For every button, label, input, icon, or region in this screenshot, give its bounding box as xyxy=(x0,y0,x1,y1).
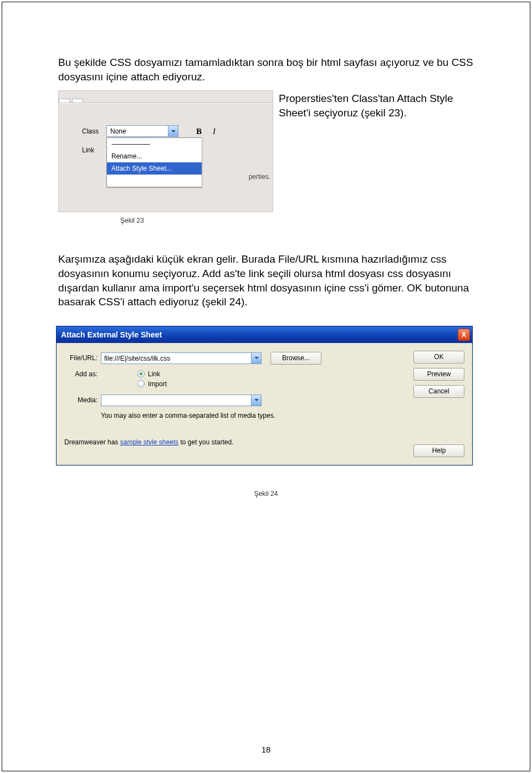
paragraph-body: Karşımıza aşağıdaki küçük ekran gelir. B… xyxy=(58,252,474,309)
page-number: 18 xyxy=(0,745,532,754)
bold-icon[interactable]: B xyxy=(196,127,202,136)
class-select[interactable]: None xyxy=(106,125,178,137)
panel-highlight xyxy=(59,103,273,119)
media-combo[interactable] xyxy=(101,395,262,406)
sample-stylesheets-link[interactable]: sample style sheets xyxy=(120,438,178,446)
figure-23-caption: Şekil 23 xyxy=(120,217,474,224)
tab-edges xyxy=(59,91,273,103)
radio-link-row: Link xyxy=(137,370,167,378)
figure-24-caption: Şekil 24 xyxy=(58,490,474,498)
dropdown-arrow-icon[interactable] xyxy=(251,395,261,406)
fileurl-label: File/URL: xyxy=(64,354,101,362)
figure-23-row: Class Link None B I --------------------… xyxy=(58,90,474,212)
addas-label: Add as: xyxy=(64,370,101,378)
sample-note: Dreamweaver has sample style sheets to g… xyxy=(64,438,464,446)
fileurl-value: file:///E|/site/css/ilk.css xyxy=(104,355,170,362)
media-row: Media: xyxy=(64,395,464,406)
browse-button[interactable]: Browse... xyxy=(270,352,321,365)
dropdown-scrollbar[interactable] xyxy=(273,137,273,186)
radio-import-label: Import xyxy=(148,380,167,388)
dialog-button-column: OK Preview Cancel xyxy=(413,351,464,398)
dropdown-option-attach[interactable]: Attach Style Sheet... xyxy=(107,162,202,175)
sample-note-pre: Dreamweaver has xyxy=(64,438,120,446)
addas-row: Add as: Link Import xyxy=(64,370,464,390)
preview-button[interactable]: Preview xyxy=(413,368,464,381)
radio-link[interactable] xyxy=(137,370,145,377)
class-dropdown-popup: ----------------------- Rename... Attach… xyxy=(106,137,202,187)
dropdown-option-empty[interactable] xyxy=(107,175,202,187)
dropdown-arrow-icon[interactable] xyxy=(251,353,261,364)
media-label: Media: xyxy=(64,396,101,404)
close-icon[interactable]: X xyxy=(458,329,470,341)
italic-icon[interactable]: I xyxy=(213,127,216,136)
cursor-tool-icon xyxy=(255,90,266,91)
side-paragraph: Propersties'ten Class'tan Attach Style S… xyxy=(279,90,474,120)
link-label: Link xyxy=(82,146,94,154)
fileurl-combo[interactable]: file:///E|/site/css/ilk.css xyxy=(101,352,262,364)
dialog-body: File/URL: file:///E|/site/css/ilk.css Br… xyxy=(57,343,472,465)
dropdown-option-separator[interactable]: ----------------------- xyxy=(107,138,202,150)
cancel-button[interactable]: Cancel xyxy=(413,385,464,398)
radio-import[interactable] xyxy=(137,380,145,387)
class-select-value: None xyxy=(110,127,126,135)
properties-panel-screenshot: Class Link None B I --------------------… xyxy=(58,90,273,212)
paragraph-intro: Bu şekilde CSS dosyamızı tamamladıktan s… xyxy=(58,55,474,84)
dialog-titlebar: Attach External Style Sheet X xyxy=(57,326,472,343)
panel: Class Link None B I --------------------… xyxy=(59,103,273,212)
dialog-title: Attach External Style Sheet xyxy=(61,330,162,339)
dropdown-arrow-icon[interactable] xyxy=(168,126,178,136)
ok-button[interactable]: OK xyxy=(413,351,464,364)
attach-stylesheet-dialog: Attach External Style Sheet X File/URL: … xyxy=(56,326,473,465)
radio-link-label: Link xyxy=(148,370,160,378)
class-label: Class xyxy=(82,127,99,135)
properties-label-partial: perties. xyxy=(249,173,270,181)
fileurl-row: File/URL: file:///E|/site/css/ilk.css Br… xyxy=(64,352,464,365)
dropdown-option-rename[interactable]: Rename... xyxy=(107,150,202,162)
help-button[interactable]: Help xyxy=(413,444,464,457)
media-note: You may also enter a comma-separated lis… xyxy=(101,412,464,419)
sample-note-post: to get you started. xyxy=(178,438,233,446)
radio-import-row: Import xyxy=(137,380,167,388)
